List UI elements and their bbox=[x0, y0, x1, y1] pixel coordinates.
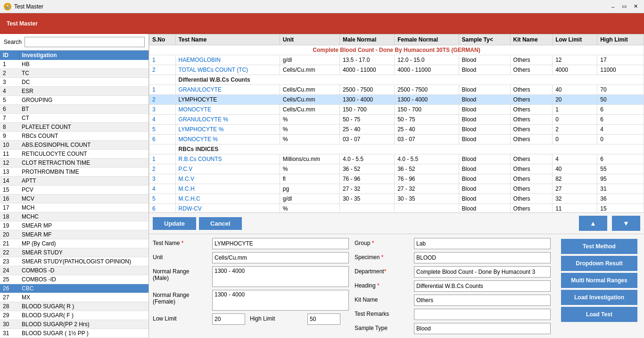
form-row-sampletype: Sample Type bbox=[355, 323, 557, 334]
input-kitname[interactable] bbox=[414, 295, 551, 306]
table-row[interactable]: 1 R.B.Cs COUNTS Millions/cu.mm 4.0 - 5.5… bbox=[149, 154, 644, 164]
list-item[interactable]: 12CLOT RETRACTION TIME bbox=[0, 159, 149, 168]
list-name: MP (By Card) bbox=[19, 239, 149, 248]
input-specimen[interactable] bbox=[414, 252, 551, 263]
update-button[interactable]: Update bbox=[153, 217, 196, 230]
list-item[interactable]: 22SMEAR STUDY bbox=[0, 248, 149, 257]
list-item[interactable]: 18MCHC bbox=[0, 212, 149, 221]
list-item[interactable]: 15PCV bbox=[0, 186, 149, 194]
list-item[interactable]: 17MCH bbox=[0, 203, 149, 212]
list-name: PLATELET COUNT bbox=[19, 123, 149, 132]
cell-kitname: Others bbox=[510, 184, 553, 194]
list-id: 14 bbox=[0, 177, 19, 186]
cancel-button[interactable]: Cancel bbox=[199, 217, 242, 230]
search-input[interactable] bbox=[25, 37, 145, 47]
list-item[interactable]: 8PLATELET COUNT bbox=[0, 123, 149, 132]
table-row[interactable]: 1 GRANULOCYTE Cells/Cu.mm 2500 - 7500 25… bbox=[149, 85, 644, 95]
list-item[interactable]: 1HB bbox=[0, 60, 149, 69]
cell-malenormal: 4.0 - 5.5 bbox=[339, 154, 394, 164]
cell-femalenormal: 1300 - 4000 bbox=[395, 95, 459, 105]
list-item[interactable]: 24COMBOS -D bbox=[0, 266, 149, 275]
input-department[interactable] bbox=[414, 266, 551, 278]
list-item[interactable]: 16MCV bbox=[0, 194, 149, 203]
table-area[interactable]: S.No Test Name Unit Male Normal Female N… bbox=[149, 34, 644, 213]
cell-sampletype: Blood bbox=[459, 135, 510, 144]
input-sampletype[interactable] bbox=[414, 323, 551, 334]
list-item[interactable]: 2TC bbox=[0, 69, 149, 78]
input-testremarks[interactable] bbox=[414, 309, 551, 320]
cell-testname: MONOCYTE % bbox=[175, 135, 280, 144]
input-testname[interactable] bbox=[212, 238, 349, 249]
table-row[interactable]: 6 RDW-CV % Blood Others 11 15 bbox=[149, 204, 644, 213]
list-item[interactable]: 19SMEAR MP bbox=[0, 221, 149, 230]
list-item[interactable]: 4ESR bbox=[0, 87, 149, 96]
table-row[interactable]: 4 GRANULOCYTE % % 50 - 75 50 - 75 Blood … bbox=[149, 115, 644, 125]
table-row[interactable]: 1 HAEMOGLOBIN g/dl 13.5 - 17.0 12.0 - 15… bbox=[149, 55, 644, 65]
cell-malenormal: 50 - 75 bbox=[339, 115, 394, 125]
test-method-button[interactable]: Test Method bbox=[561, 239, 637, 254]
investigation-list[interactable]: ID Investigation 1HB2TC3DC4ESR5GROUPING6… bbox=[0, 51, 149, 338]
input-highlimit[interactable] bbox=[307, 313, 340, 325]
table-row[interactable]: 4 M.C.H pg 27 - 32 27 - 32 Blood Others … bbox=[149, 184, 644, 194]
multi-normal-ranges-button[interactable]: Multi Normal Ranges bbox=[561, 273, 637, 288]
cell-testname: M.C.H bbox=[175, 184, 280, 194]
cell-femalenormal: 4000 - 11000 bbox=[395, 65, 459, 75]
group-header-row[interactable]: RBCs INDICES bbox=[149, 144, 644, 154]
list-item[interactable]: 29BLOOD SUGAR( F ) bbox=[0, 311, 149, 320]
list-item[interactable]: 11RETICULOCYTE COUNT bbox=[0, 150, 149, 159]
form-col-right: Test Method Dropdown Result Multi Normal… bbox=[561, 238, 641, 334]
table-row[interactable]: 2 LYMPHOCYTE Cells/Cu.mm 1300 - 4000 130… bbox=[149, 95, 644, 105]
nav-down-button[interactable]: ▼ bbox=[612, 216, 640, 231]
load-test-button[interactable]: Load Test bbox=[561, 307, 637, 322]
table-row[interactable]: 6 MONOCYTE % % 03 - 07 03 - 07 Blood Oth… bbox=[149, 135, 644, 144]
list-item[interactable]: 21MP (By Card) bbox=[0, 239, 149, 248]
list-item[interactable]: 28BLOOD SUGAR( R ) bbox=[0, 302, 149, 311]
cell-unit: Cells/Cu.mm bbox=[280, 105, 339, 115]
nav-up-button[interactable]: ▲ bbox=[579, 216, 607, 231]
list-item[interactable]: 6BT bbox=[0, 105, 149, 114]
cell-kitname: Others bbox=[510, 204, 553, 213]
cell-sno: 6 bbox=[149, 204, 176, 213]
input-heading[interactable] bbox=[414, 280, 551, 292]
group-header-row[interactable]: Differential W.B.Cs Counts bbox=[149, 75, 644, 85]
cell-testname: P.C.V bbox=[175, 164, 280, 174]
cell-highlimit: 4 bbox=[597, 125, 644, 135]
table-row[interactable]: 5 M.C.H.C g/dl 30 - 35 30 - 35 Blood Oth… bbox=[149, 194, 644, 204]
close-button[interactable]: ✕ bbox=[631, 2, 640, 11]
input-group[interactable] bbox=[414, 238, 551, 249]
cell-malenormal: 1300 - 4000 bbox=[339, 95, 394, 105]
minimize-button[interactable]: – bbox=[608, 2, 618, 11]
input-normalrange-female[interactable]: 1300 - 4000 bbox=[212, 290, 349, 311]
table-row[interactable]: 5 LYMPHOCYTE % % 25 - 40 25 - 40 Blood O… bbox=[149, 125, 644, 135]
list-item[interactable]: 25COMBOS -ID bbox=[0, 275, 149, 284]
list-item[interactable]: 27MX bbox=[0, 293, 149, 302]
table-row[interactable]: 2 P.C.V % 36 - 52 36 - 52 Blood Others 4… bbox=[149, 164, 644, 174]
list-item[interactable]: 20SMEAR MF bbox=[0, 230, 149, 239]
list-item[interactable]: 9RBCs COUNT bbox=[0, 132, 149, 141]
list-item[interactable]: 13PROTHROMBIN TIME bbox=[0, 168, 149, 177]
input-unit[interactable] bbox=[212, 252, 349, 263]
list-item[interactable]: 23SMEAR STUDY(PATHOLOGIST OPINION) bbox=[0, 257, 149, 266]
maximize-button[interactable]: ▭ bbox=[619, 2, 629, 11]
cell-highlimit: 6 bbox=[597, 105, 644, 115]
table-row[interactable]: 3 M.C.V fl 76 - 96 76 - 96 Blood Others … bbox=[149, 174, 644, 184]
list-item[interactable]: 14APTT bbox=[0, 177, 149, 186]
list-item[interactable]: 10ABS.EOSINOPHIL COUNT bbox=[0, 141, 149, 150]
table-row[interactable]: 2 TOTAL WBCs COUNT (TC) Cells/Cu.mm 4000… bbox=[149, 65, 644, 75]
list-item[interactable]: 26CBC bbox=[0, 284, 149, 293]
list-item[interactable]: 30BLOOD SUGAR(PP 2 Hrs) bbox=[0, 320, 149, 329]
input-lowlimit[interactable] bbox=[212, 313, 245, 325]
input-normalrange-male[interactable]: 1300 - 4000 bbox=[212, 266, 349, 287]
list-item[interactable]: 7CT bbox=[0, 114, 149, 123]
cell-sampletype: Blood bbox=[459, 154, 510, 164]
list-id: 1 bbox=[0, 60, 19, 69]
list-id: 4 bbox=[0, 87, 19, 96]
load-investigation-button[interactable]: Load Investigation bbox=[561, 290, 637, 305]
list-item[interactable]: 5GROUPING bbox=[0, 96, 149, 105]
list-item[interactable]: 31BLOOD SUGAR ( 1½ PP ) bbox=[0, 329, 149, 338]
table-row[interactable]: 3 MONOCYTE Cells/Cu.mm 150 - 700 150 - 7… bbox=[149, 105, 644, 115]
cell-testname: HAEMOGLOBIN bbox=[175, 55, 280, 65]
dropdown-result-button[interactable]: Dropdown Result bbox=[561, 256, 637, 271]
list-name: BLOOD SUGAR( F ) bbox=[19, 311, 149, 320]
list-item[interactable]: 3DC bbox=[0, 78, 149, 87]
